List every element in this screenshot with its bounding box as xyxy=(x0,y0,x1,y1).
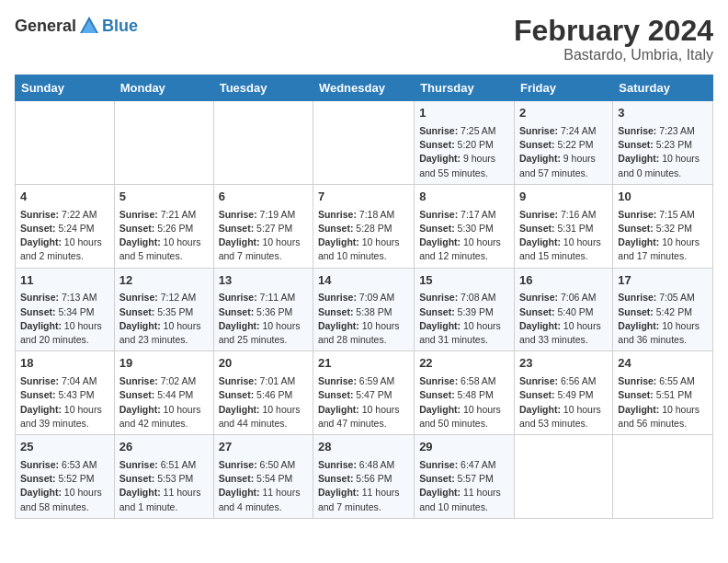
day-info: Sunset: 5:57 PM xyxy=(419,472,509,486)
day-info: Sunset: 5:44 PM xyxy=(119,388,209,402)
day-number: 21 xyxy=(318,355,409,373)
day-info: Sunrise: 7:25 AM xyxy=(419,124,509,138)
day-number: 14 xyxy=(318,272,409,290)
day-info: Sunrise: 7:13 AM xyxy=(20,291,109,304)
day-info: Daylight: 10 hours and 31 minutes. xyxy=(419,319,509,347)
calendar-cell: 6Sunrise: 7:19 AMSunset: 5:27 PMDaylight… xyxy=(213,184,313,268)
day-info: Sunrise: 6:53 AM xyxy=(20,458,109,472)
day-info: Sunset: 5:49 PM xyxy=(519,388,608,402)
day-number: 6 xyxy=(219,189,308,206)
day-number: 8 xyxy=(419,189,509,206)
day-number: 12 xyxy=(119,272,209,290)
day-info: Daylight: 10 hours and 53 minutes. xyxy=(519,403,608,431)
day-info: Sunrise: 7:05 AM xyxy=(618,291,708,304)
day-info: Sunrise: 7:22 AM xyxy=(20,208,109,222)
day-info: Sunrise: 6:50 AM xyxy=(219,458,308,472)
day-info: Daylight: 10 hours and 0 minutes. xyxy=(618,152,708,179)
calendar-cell: 20Sunrise: 7:01 AMSunset: 5:46 PMDayligh… xyxy=(213,351,313,435)
day-info: Sunrise: 7:19 AM xyxy=(219,208,308,222)
day-info: Sunset: 5:39 PM xyxy=(419,305,509,319)
day-number: 5 xyxy=(119,189,209,206)
header-cell-saturday: Saturday xyxy=(613,75,713,101)
header-cell-monday: Monday xyxy=(114,75,213,101)
day-info: Sunset: 5:26 PM xyxy=(119,222,209,236)
day-info: Daylight: 10 hours and 15 minutes. xyxy=(519,236,608,263)
header-cell-thursday: Thursday xyxy=(415,75,515,101)
calendar-cell: 25Sunrise: 6:53 AMSunset: 5:52 PMDayligh… xyxy=(16,435,115,519)
calendar-cell: 24Sunrise: 6:55 AMSunset: 5:51 PMDayligh… xyxy=(613,351,713,435)
day-info: Sunrise: 6:47 AM xyxy=(419,458,509,472)
day-info: Daylight: 11 hours and 10 minutes. xyxy=(419,486,509,513)
day-info: Sunset: 5:30 PM xyxy=(419,222,509,236)
page-header: General Blue February 2024 Bastardo, Umb… xyxy=(15,15,713,63)
day-number: 17 xyxy=(618,272,708,290)
day-info: Daylight: 10 hours and 39 minutes. xyxy=(20,403,109,431)
day-info: Sunset: 5:34 PM xyxy=(20,305,109,319)
calendar-cell: 17Sunrise: 7:05 AMSunset: 5:42 PMDayligh… xyxy=(613,268,713,351)
calendar-cell: 12Sunrise: 7:12 AMSunset: 5:35 PMDayligh… xyxy=(114,268,213,351)
day-number: 22 xyxy=(419,355,509,373)
day-info: Daylight: 10 hours and 47 minutes. xyxy=(318,403,409,431)
calendar-cell: 3Sunrise: 7:23 AMSunset: 5:23 PMDaylight… xyxy=(613,101,713,185)
day-info: Sunrise: 6:59 AM xyxy=(318,374,409,388)
calendar-cell: 1Sunrise: 7:25 AMSunset: 5:20 PMDaylight… xyxy=(415,101,515,185)
logo: General Blue xyxy=(15,15,138,37)
calendar-cell: 28Sunrise: 6:48 AMSunset: 5:56 PMDayligh… xyxy=(313,435,414,519)
day-info: Sunset: 5:35 PM xyxy=(119,305,209,319)
calendar-cell: 9Sunrise: 7:16 AMSunset: 5:31 PMDaylight… xyxy=(515,184,613,268)
day-info: Daylight: 10 hours and 36 minutes. xyxy=(618,319,708,347)
calendar-cell: 4Sunrise: 7:22 AMSunset: 5:24 PMDaylight… xyxy=(16,184,115,268)
calendar-cell: 26Sunrise: 6:51 AMSunset: 5:53 PMDayligh… xyxy=(114,435,213,519)
day-info: Daylight: 11 hours and 7 minutes. xyxy=(318,486,409,513)
day-info: Daylight: 10 hours and 42 minutes. xyxy=(119,403,209,431)
calendar-title: February 2024 xyxy=(514,15,713,47)
day-info: Sunset: 5:43 PM xyxy=(20,388,109,402)
calendar-cell xyxy=(114,101,213,185)
calendar-row-3: 11Sunrise: 7:13 AMSunset: 5:34 PMDayligh… xyxy=(16,268,713,351)
calendar-cell xyxy=(515,435,613,519)
day-number: 20 xyxy=(219,355,308,373)
day-number: 4 xyxy=(20,189,109,206)
logo-icon xyxy=(78,15,100,37)
day-info: Sunset: 5:20 PM xyxy=(419,138,509,152)
day-number: 10 xyxy=(618,189,708,206)
calendar-cell: 2Sunrise: 7:24 AMSunset: 5:22 PMDaylight… xyxy=(515,101,613,185)
day-info: Sunrise: 7:04 AM xyxy=(20,374,109,388)
day-info: Daylight: 10 hours and 5 minutes. xyxy=(119,236,209,263)
day-info: Sunrise: 7:18 AM xyxy=(318,208,409,222)
day-info: Sunset: 5:54 PM xyxy=(219,472,308,486)
day-info: Sunset: 5:23 PM xyxy=(618,138,708,152)
calendar-cell: 11Sunrise: 7:13 AMSunset: 5:34 PMDayligh… xyxy=(16,268,115,351)
day-info: Daylight: 10 hours and 17 minutes. xyxy=(618,236,708,263)
header-row: SundayMondayTuesdayWednesdayThursdayFrid… xyxy=(16,75,713,101)
day-info: Sunset: 5:38 PM xyxy=(318,305,409,319)
day-info: Sunset: 5:24 PM xyxy=(20,222,109,236)
day-info: Sunset: 5:46 PM xyxy=(219,388,308,402)
day-info: Sunrise: 7:02 AM xyxy=(119,374,209,388)
day-info: Sunset: 5:36 PM xyxy=(219,305,308,319)
day-info: Daylight: 10 hours and 20 minutes. xyxy=(20,319,109,347)
day-number: 23 xyxy=(519,355,608,373)
day-info: Sunrise: 6:48 AM xyxy=(318,458,409,472)
day-info: Daylight: 10 hours and 25 minutes. xyxy=(219,319,308,347)
day-info: Sunset: 5:32 PM xyxy=(618,222,708,236)
calendar-row-2: 4Sunrise: 7:22 AMSunset: 5:24 PMDaylight… xyxy=(16,184,713,268)
day-number: 15 xyxy=(419,272,509,290)
day-info: Sunset: 5:22 PM xyxy=(519,138,608,152)
calendar-cell: 15Sunrise: 7:08 AMSunset: 5:39 PMDayligh… xyxy=(415,268,515,351)
calendar-cell: 5Sunrise: 7:21 AMSunset: 5:26 PMDaylight… xyxy=(114,184,213,268)
calendar-body: 1Sunrise: 7:25 AMSunset: 5:20 PMDaylight… xyxy=(16,101,713,519)
day-info: Daylight: 10 hours and 56 minutes. xyxy=(618,403,708,431)
day-info: Sunrise: 7:09 AM xyxy=(318,291,409,304)
day-number: 25 xyxy=(20,439,109,456)
header-cell-friday: Friday xyxy=(515,75,613,101)
header-cell-sunday: Sunday xyxy=(16,75,115,101)
day-info: Daylight: 10 hours and 7 minutes. xyxy=(219,236,308,263)
calendar-cell: 23Sunrise: 6:56 AMSunset: 5:49 PMDayligh… xyxy=(515,351,613,435)
calendar-cell: 13Sunrise: 7:11 AMSunset: 5:36 PMDayligh… xyxy=(213,268,313,351)
day-info: Sunrise: 7:15 AM xyxy=(618,208,708,222)
calendar-cell: 22Sunrise: 6:58 AMSunset: 5:48 PMDayligh… xyxy=(415,351,515,435)
day-info: Sunset: 5:53 PM xyxy=(119,472,209,486)
day-info: Sunrise: 6:55 AM xyxy=(618,374,708,388)
calendar-cell: 16Sunrise: 7:06 AMSunset: 5:40 PMDayligh… xyxy=(515,268,613,351)
